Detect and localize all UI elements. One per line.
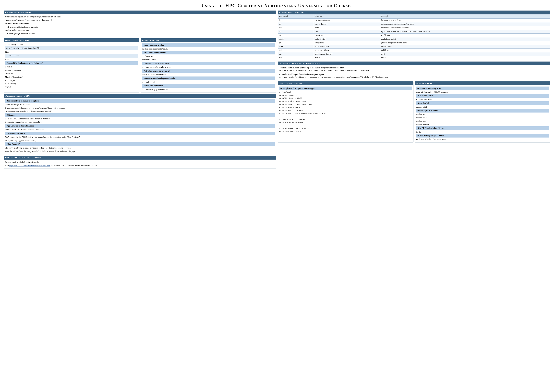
app-rstudio: RStudio (R) [5,79,138,82]
sbatch-line: #SBATCH –partition=courses-gpu [279,103,412,106]
ood-section: Open On Demand (OOD) ood.discovery.neu.e… [4,38,139,93]
unix-col-command: Command [278,14,314,19]
check-job-cmd: squeue -u username [416,98,549,101]
conda-activate-label: - Activate a Conda Environment [142,69,275,73]
table-row: tailprints last 10 linestail filename [278,49,550,52]
table-row: catconcatenatecat filename [278,34,550,37]
unix-col-function: Function [314,14,380,19]
ood-jobs-label: Jobs [5,58,138,61]
bad-request-2: Paste the address [ ood.discovery.neu.ed… [5,150,275,153]
table-row: mvmovemv file.text /path/to/move/it/to/f… [278,26,550,30]
unix-body: Command Function Example lslist files in… [278,14,550,60]
sbatch-line: # heres where the code runs [279,127,412,130]
conda-remove-label: - Remove Unused Packages and Cache [142,77,275,80]
scp-header: transfering data using the command: scp [278,62,550,65]
sbatch-line: code that does stuff [279,130,412,133]
scp-section: transfering data using the command: scp … [278,62,550,80]
conda-header: Conda commands [141,38,276,42]
sbatch-line: #SBATCH –mail-user=username@northeastern… [279,112,412,115]
conda-load-label: - Load Anaconda Module [142,43,275,47]
ood-files-label: Files [5,50,138,54]
ood-url: ood.discovery.neu.edu [5,43,138,46]
scp-transfer1-cmd: scp data.csv username@xfer.discovery.neu… [279,69,549,72]
app-jupyterlab: JupyterLab (Python) [5,69,138,72]
scp-transfer1-label: - Transfer 'data.csv'from your laptop to… [279,67,344,69]
get-help-header: Get Help from Research Computing [4,156,276,160]
storage-cmd: du -h –max-depth=1 /home/username [416,138,549,141]
app-launch-1: select "Restart Web Server"under the Dev… [5,128,275,131]
module-avail: module avail [416,116,549,119]
table-row: lslist files in directoryls /courses/cou… [278,18,550,22]
disk-quota-1: You've exceeded the 75 GB limit in your … [5,136,275,139]
conda-list-cmd1: conda env list [142,55,275,58]
table-row: pwdprint working directorypwd [278,52,550,56]
get-help-line2: Visit https://rc-docs.northeastern.edu/e… [5,164,275,167]
interactive-cmd: srun –pty /bin/bash -t 3:00:00 -p course… [416,91,549,94]
app-maestro: Maestro (Schrodinger) [5,76,138,79]
get-help-link[interactable]: https://rc-docs.northeastern.edu/en/late… [9,164,50,167]
cancel-cmd: scancel jobid [416,105,549,109]
conda-activate-cmd: source activate /path/envname [142,73,275,76]
unix-col-example: Example [380,14,550,19]
running-jobs-body: - Interactive Job Using Srun srun –pty /… [415,85,550,142]
sbatch-line: #SBATCH –mail-type=ALL [279,109,412,112]
app-gaussian: Gaussian [5,65,138,69]
moba-cmd: username@login.discovery.neu.edu [5,32,275,35]
sbatch-line [279,124,412,127]
conda-body: - Load Anaconda Module module load anaco… [141,42,276,92]
module-list: module list [416,113,549,116]
conda-list-cmd2: conda info –envs [142,58,275,61]
login-line1: Your username is (usually) the first par… [5,15,275,18]
get-help-body: Send an email to rchelp@northeastern.edu… [4,160,276,168]
table-row: mkdirmake directorymkdir homeworkdir1 [278,37,550,41]
login-header: Logging in to the Cluster [4,11,276,14]
job-moves-2: Remove conda init statement in your home… [5,106,275,110]
get-help-line1: Send an email to rchelp@northeastern.edu [5,161,275,164]
sbatch-line: #SBATCH –nodes 1 [279,94,412,97]
sbatch-line [279,115,412,118]
sbatch-line: #SBATCH –gres=gpu:1 [279,106,412,109]
troubleshooting-header: Troubleshooting (OOD) [4,94,276,98]
sbatch-line: #SBATCH –job-name=JobName [279,100,412,103]
table-row: cdchange directorycd /courses/course.cod… [278,22,550,26]
sbatch-line: module load modulename [279,121,412,124]
scp-body: - Transfer 'data.csv'from your laptop to… [278,65,550,80]
ood-body: ood.discovery.neu.edu View, Copy, Move, … [4,42,139,90]
sbatch-line: #SBATCH –time 6:00:00 [279,97,412,100]
moba-label: - Using Mobaxterm or Putty: [5,29,275,32]
conda-remove-cmd: conda clean –all [142,81,275,84]
job-moves-3: Move /home/username/.local to /home/user… [5,110,275,113]
running-jobs-header: Running jobs ++ [415,82,550,85]
table-row: grepfind patterngrep "search pattern"fil… [278,41,550,45]
module-load: module load [416,119,549,123]
conda-create-label: - Create a Conda Environment [142,62,275,65]
interactive-label: - Interactive Job Using Srun [416,86,549,90]
bottom-right-grid: Sbatch script template - Example sbatch … [278,81,550,142]
sbatch-line: # load modules if needed [279,118,412,121]
unix-header: Common Unix Commands [278,11,550,14]
bad-request-1: The browser is trying to load a previous… [5,147,275,149]
disk-quota-label: - "Disk Quota Exceeded" [5,132,275,135]
error-504-2: If incognito works clear your browser co… [5,121,275,124]
ood-conda-grid: Open On Demand (OOD) ood.discovery.neu.e… [4,38,276,93]
job-moves-label: - Job moves from in queue to completed [5,99,275,103]
running-jobs-section: Running jobs ++ - Interactive Job Using … [415,81,551,142]
sbatch-example-label: - Example sbatch script for "courses-gpu… [279,86,412,90]
error-504-1: Open the OOD dashboard in a "New Incogni… [5,117,275,120]
unix-table: Command Function Example lslist files in… [278,14,550,60]
scp-transfer2-label: - Transfer 'final.hw.pdf' from the clust… [279,73,324,75]
ood-general-label: - General Use Applications under "Course… [5,61,138,65]
right-column: Common Unix Commands Command Function Ex… [278,11,550,168]
troubleshooting-body: - Job moves from in queue to completed C… [4,98,276,154]
app-vscode: VSCode [5,86,138,89]
bad-request-label: - "Bad Request" [5,142,275,146]
conda-load-cmd: module load anaconda3/2022.05 [142,47,275,50]
login-body: Your username is (usually) the first par… [4,14,276,37]
app-unix-desktop: Unix Desktop [5,82,138,85]
table-row: manmanualman ls [278,56,550,60]
job-moves-1: Check the storage use of /home. [5,103,275,106]
disk-quota-2: for tips on keeping your /home under quo… [5,139,275,142]
sbatch-body: - Example sbatch script for "courses-gpu… [278,85,413,134]
terminal-label: - From a Terminal Window: [5,22,275,25]
ood-header: Open On Demand (OOD) [4,38,139,42]
